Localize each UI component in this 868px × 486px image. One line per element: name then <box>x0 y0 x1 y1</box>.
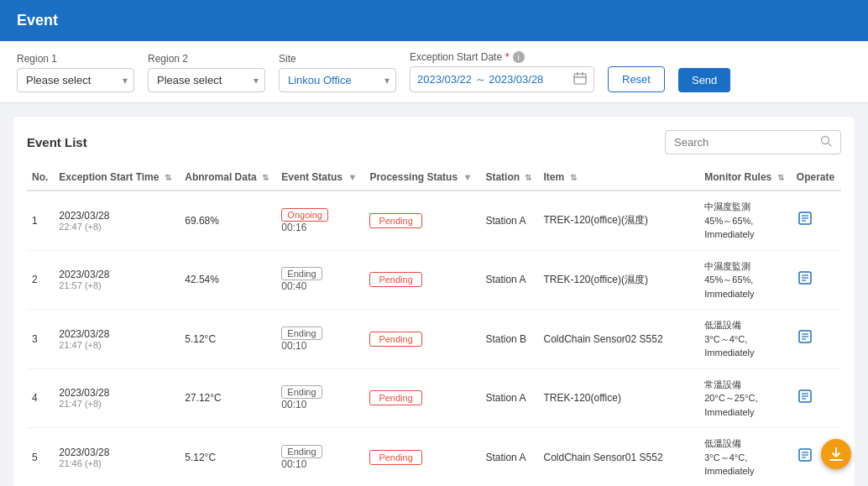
cell-monitor-rules: 低溫設備3°C～4°C,Immediately <box>699 310 792 369</box>
cell-operate <box>792 310 841 369</box>
cell-item: TREK-120(office)(濕度) <box>538 191 699 250</box>
event-table: No. Exception Start Time ⇅ Abnromal Data… <box>27 165 841 486</box>
table-row: 1 2023/03/28 22:47 (+8) 69.68% Ongoing 0… <box>27 191 841 250</box>
site-select-wrapper[interactable]: Linkou Office <box>279 68 396 92</box>
region2-select[interactable]: Please select <box>148 68 265 92</box>
cell-item: TREK-120(office) <box>538 368 699 428</box>
operate-icon[interactable] <box>797 391 813 408</box>
col-event-status: Event Status ▼ <box>276 165 364 191</box>
cell-event-status: Ending 00:10 <box>276 310 364 369</box>
site-select[interactable]: Linkou Office <box>279 68 396 92</box>
event-status-badge: Ending <box>281 267 322 280</box>
cell-monitor-rules: 低溫設備3°C～4°C,Immediately <box>699 428 792 487</box>
processing-status-badge: Pending <box>369 213 421 228</box>
col-operate: Operate <box>792 165 841 191</box>
table-row: 2 2023/03/28 21:57 (+8) 42.54% Ending 00… <box>27 250 841 310</box>
cell-abnormal-data: 5.12°C <box>180 428 276 487</box>
cell-no: 1 <box>27 191 54 250</box>
cell-event-status: Ending 00:40 <box>276 250 364 310</box>
sort-icon-monitor-rules[interactable]: ⇅ <box>777 173 784 182</box>
cell-abnormal-data: 27.12°C <box>180 368 276 428</box>
cell-monitor-rules: 中濕度監測45%～65%,Immediately <box>699 250 792 310</box>
main-content: Event List No. Exception Start Time ⇅ <box>0 103 868 486</box>
info-icon[interactable]: i <box>513 51 525 63</box>
filter-icon-processing-status[interactable]: ▼ <box>463 172 472 182</box>
cell-station: Station A <box>480 368 538 428</box>
cell-event-status: Ending 00:10 <box>276 428 364 487</box>
site-label: Site <box>279 53 396 65</box>
search-box[interactable] <box>665 130 841 154</box>
cell-event-status: Ending 00:10 <box>276 368 364 428</box>
event-status-badge: Ending <box>281 327 322 340</box>
cell-station: Station A <box>480 428 538 487</box>
region2-select-wrapper[interactable]: Please select <box>148 68 265 92</box>
col-abnormal-data: Abnromal Data ⇅ <box>180 165 276 191</box>
region1-group: Region 1 Please select <box>17 53 134 92</box>
cell-no: 3 <box>27 310 54 369</box>
cell-processing-status: Pending <box>364 191 480 250</box>
processing-status-badge: Pending <box>369 332 421 347</box>
cell-processing-status: Pending <box>364 368 480 428</box>
operate-icon[interactable] <box>797 332 813 348</box>
cell-abnormal-data: 69.68% <box>180 191 276 250</box>
cell-event-status: Ongoing 00:16 <box>276 191 364 250</box>
cell-item: ColdChain Sensor01 S552 <box>538 428 699 487</box>
operate-icon[interactable] <box>797 273 813 290</box>
event-status-badge: Ongoing <box>281 208 328 222</box>
filter-bar: Region 1 Please select Region 2 Please s… <box>0 41 868 103</box>
sort-icon-exception[interactable]: ⇅ <box>165 173 171 182</box>
cell-abnormal-data: 5.12°C <box>180 310 276 369</box>
calendar-icon[interactable] <box>573 71 587 87</box>
region1-label: Region 1 <box>17 53 134 65</box>
date-range-group: Exception Start Date * i 2023/03/22 ～ 20… <box>410 51 594 92</box>
cell-monitor-rules: 常溫設備20°C～25°C,Immediately <box>699 368 792 428</box>
cell-monitor-rules: 中濕度監測45%～65%,Immediately <box>699 191 792 250</box>
site-group: Site Linkou Office <box>279 53 396 92</box>
cell-processing-status: Pending <box>364 310 480 369</box>
search-input[interactable] <box>674 136 815 149</box>
cell-operate <box>792 191 841 250</box>
region2-label: Region 2 <box>148 53 265 65</box>
required-star: * <box>505 51 510 63</box>
search-icon <box>820 135 832 149</box>
region2-group: Region 2 Please select <box>148 53 265 92</box>
sort-icon-station[interactable]: ⇅ <box>525 173 531 182</box>
reset-button[interactable]: Reset <box>608 66 665 92</box>
page-title: Event <box>17 12 58 29</box>
cell-exception-start-time: 2023/03/28 22:47 (+8) <box>54 191 180 250</box>
download-button[interactable] <box>821 439 851 469</box>
operate-icon[interactable] <box>797 450 813 467</box>
col-no: No. <box>27 165 54 191</box>
table-row: 3 2023/03/28 21:47 (+8) 5.12°C Ending 00… <box>27 310 841 369</box>
cell-operate <box>792 368 841 428</box>
processing-status-badge: Pending <box>369 272 421 287</box>
cell-item: ColdChain Sensor02 S552 <box>538 310 699 369</box>
cell-operate <box>792 250 841 310</box>
send-button[interactable]: Send <box>678 68 730 92</box>
date-range-label: Exception Start Date * i <box>410 51 594 63</box>
cell-no: 4 <box>27 368 54 428</box>
operate-icon[interactable] <box>797 213 813 230</box>
sort-icon-item[interactable]: ⇅ <box>570 173 577 182</box>
col-item: Item ⇅ <box>538 165 699 191</box>
event-status-badge: Ending <box>281 385 322 399</box>
processing-status-badge: Pending <box>369 450 421 465</box>
card-header: Event List <box>27 130 841 154</box>
cell-abnormal-data: 42.54% <box>180 250 276 310</box>
page-header: Event <box>0 0 868 41</box>
col-processing-status: Processing Status ▼ <box>364 165 480 191</box>
col-station: Station ⇅ <box>480 165 538 191</box>
sort-icon-abnormal[interactable]: ⇅ <box>262 173 269 182</box>
date-range-input[interactable]: 2023/03/22 ～ 2023/03/28 <box>410 66 594 92</box>
region1-select[interactable]: Please select <box>17 68 134 92</box>
card-title: Event List <box>27 135 87 149</box>
processing-status-badge: Pending <box>369 390 421 405</box>
region1-select-wrapper[interactable]: Please select <box>17 68 134 92</box>
cell-exception-start-time: 2023/03/28 21:47 (+8) <box>54 368 180 428</box>
col-monitor-rules: Monitor Rules ⇅ <box>699 165 792 191</box>
svg-rect-0 <box>574 74 586 84</box>
filter-icon-event-status[interactable]: ▼ <box>348 172 357 182</box>
cell-processing-status: Pending <box>364 428 480 487</box>
col-exception-start-time: Exception Start Time ⇅ <box>54 165 180 191</box>
date-range-value: 2023/03/22 ～ 2023/03/28 <box>417 72 543 87</box>
